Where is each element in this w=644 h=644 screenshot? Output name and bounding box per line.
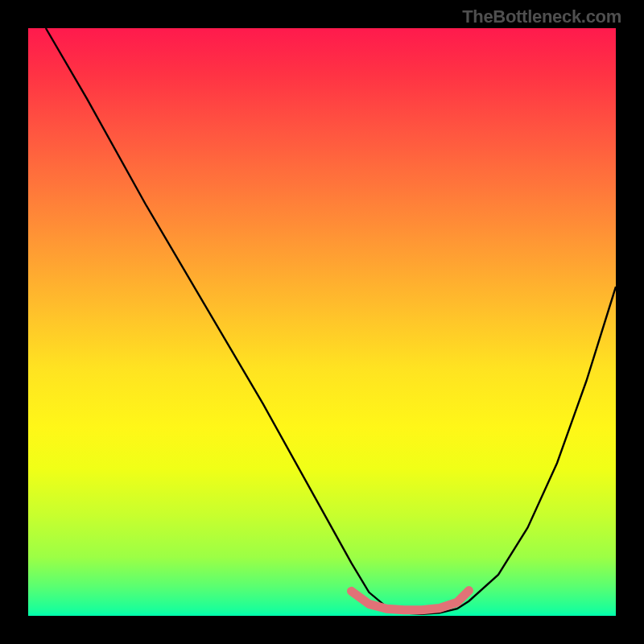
plot-area — [28, 28, 616, 616]
bottleneck-curve — [46, 28, 616, 614]
chart-svg — [28, 28, 616, 616]
watermark-text: TheBottleneck.com — [462, 6, 621, 27]
chart-frame: TheBottleneck.com — [0, 0, 644, 644]
